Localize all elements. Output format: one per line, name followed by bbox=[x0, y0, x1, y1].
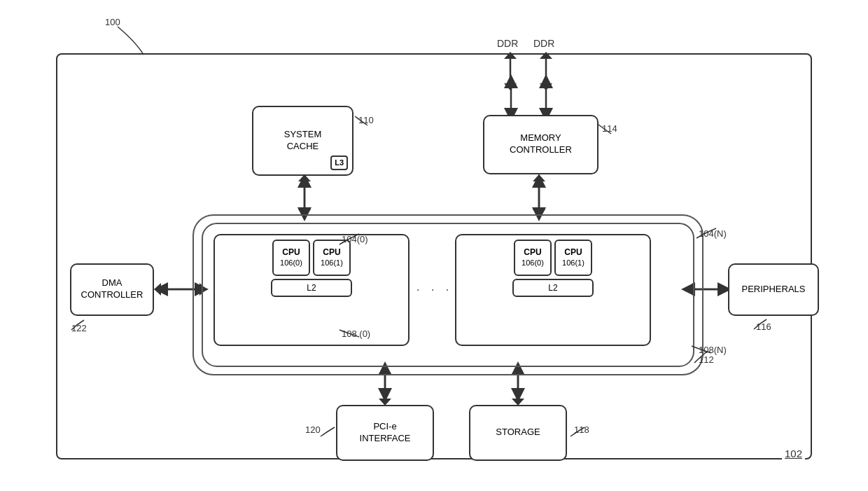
l2-right: L2 bbox=[512, 279, 594, 297]
cpu-row-right: CPU 106(0) CPU 106(1) bbox=[514, 240, 592, 276]
svg-marker-14 bbox=[504, 52, 517, 59]
ref-114-curve bbox=[597, 123, 618, 137]
memctrl-arrow bbox=[533, 174, 545, 216]
peripherals-label: PERIPHERALS bbox=[741, 284, 805, 296]
storage-box: STORAGE bbox=[469, 405, 567, 461]
dma-controller-label: DMACONTROLLER bbox=[81, 277, 144, 301]
syscache-arrow bbox=[298, 174, 311, 216]
ref-108-0-curve bbox=[338, 326, 363, 339]
cpu-left-0: CPU 106(0) bbox=[272, 240, 310, 276]
ref-120: 120 bbox=[305, 424, 321, 435]
peripherals-box: PERIPHERALS bbox=[728, 263, 819, 316]
diagram-container: 100 102 bbox=[14, 11, 854, 480]
ref-116-curve bbox=[751, 317, 772, 331]
cpu-right-1: CPU 106(1) bbox=[554, 240, 592, 276]
svg-marker-11 bbox=[533, 174, 545, 181]
system-cache-box: SYSTEMCACHE L3 bbox=[252, 106, 354, 176]
memory-controller-box: MEMORYCONTROLLER bbox=[483, 115, 598, 174]
cpu-right-0: CPU 106(0) bbox=[514, 240, 552, 276]
system-cache-label: SYSTEMCACHE bbox=[284, 129, 321, 153]
pcie-box: PCI-eINTERFACE bbox=[336, 405, 434, 461]
memory-controller-label: MEMORYCONTROLLER bbox=[510, 132, 572, 156]
ref-118-curve bbox=[569, 426, 590, 440]
ref-108-n-curve bbox=[690, 343, 715, 355]
ref-104-0-curve bbox=[338, 232, 363, 246]
ddr-left-arrow bbox=[504, 52, 517, 90]
l2-left: L2 bbox=[271, 279, 352, 297]
ref-110-curve bbox=[354, 115, 374, 129]
svg-marker-17 bbox=[540, 52, 552, 59]
l3-badge: L3 bbox=[330, 155, 348, 170]
dma-controller-box: DMACONTROLLER bbox=[70, 263, 154, 316]
cpu-cluster-left: CPU 106(0) CPU 106(1) L2 bbox=[214, 234, 410, 346]
svg-marker-19 bbox=[540, 83, 552, 90]
ddr-right-label: DDR bbox=[533, 38, 554, 49]
pcie-label: PCI-eINTERFACE bbox=[360, 421, 411, 445]
ref-120-curve bbox=[319, 426, 340, 440]
cpu-cluster-right: CPU 106(0) CPU 106(1) L2 bbox=[455, 234, 651, 346]
svg-marker-16 bbox=[504, 83, 517, 90]
storage-label: STORAGE bbox=[496, 427, 540, 438]
ref-104-n-curve bbox=[695, 227, 720, 240]
ref-122-curve bbox=[69, 317, 90, 331]
ddr-right-arrow bbox=[540, 52, 552, 90]
svg-marker-20 bbox=[154, 283, 161, 296]
ddr-left-label: DDR bbox=[497, 38, 518, 49]
